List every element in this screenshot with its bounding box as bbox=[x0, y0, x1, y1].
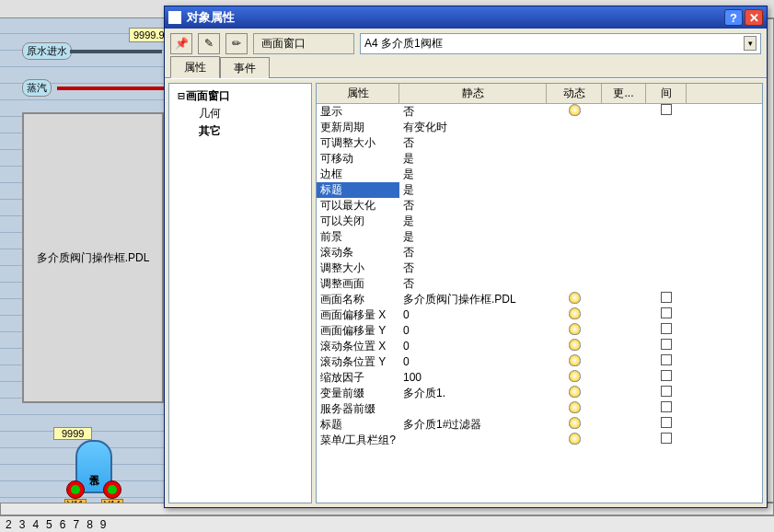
tree-root[interactable]: ⊟画面窗口 bbox=[171, 87, 309, 105]
property-indirect-cell[interactable] bbox=[646, 198, 687, 214]
property-name[interactable]: 画面偏移量 X bbox=[317, 307, 399, 323]
property-row[interactable]: 菜单/工具栏组? bbox=[317, 433, 762, 448]
property-row[interactable]: 显示否 bbox=[317, 104, 762, 120]
property-static-value[interactable]: 否 bbox=[399, 245, 547, 260]
property-name[interactable]: 前景 bbox=[317, 229, 399, 245]
property-dynamic-cell[interactable] bbox=[547, 104, 602, 120]
property-indirect-cell[interactable] bbox=[646, 260, 687, 276]
checkbox-icon[interactable] bbox=[661, 386, 672, 397]
property-indirect-cell[interactable] bbox=[646, 417, 687, 433]
property-static-value[interactable] bbox=[399, 433, 547, 448]
property-name[interactable]: 滚动条位置 X bbox=[317, 339, 399, 354]
col-static[interactable]: 静态 bbox=[399, 84, 547, 103]
tab-events[interactable]: 事件 bbox=[220, 57, 270, 78]
property-update-cell[interactable] bbox=[602, 182, 646, 198]
property-update-cell[interactable] bbox=[602, 151, 646, 167]
checkbox-icon[interactable] bbox=[661, 401, 672, 412]
property-name[interactable]: 可调整大小 bbox=[317, 135, 399, 151]
checkbox-icon[interactable] bbox=[661, 354, 672, 365]
property-tree[interactable]: ⊟画面窗口 几何 其它 bbox=[168, 83, 312, 503]
pager-9[interactable]: 9 bbox=[100, 518, 107, 531]
col-property[interactable]: 属性 bbox=[317, 84, 399, 103]
property-update-cell[interactable] bbox=[602, 433, 646, 448]
property-dynamic-cell[interactable] bbox=[547, 214, 602, 229]
titlebar[interactable]: 对象属性 ? ✕ bbox=[165, 6, 767, 29]
eyedropper1-button[interactable]: ✎ bbox=[198, 33, 220, 54]
property-static-value[interactable]: 有变化时 bbox=[399, 120, 547, 135]
property-row[interactable]: 可以最大化否 bbox=[317, 198, 762, 214]
col-indirect[interactable]: 间 bbox=[646, 84, 687, 103]
property-dynamic-cell[interactable] bbox=[547, 292, 602, 307]
object-name-combo[interactable]: A4 多介质1阀框 ▾ bbox=[360, 33, 761, 54]
eyedropper2-button[interactable]: ✏ bbox=[225, 33, 248, 54]
property-update-cell[interactable] bbox=[602, 135, 646, 151]
property-static-value[interactable]: 否 bbox=[399, 276, 547, 292]
property-indirect-cell[interactable] bbox=[646, 104, 687, 120]
checkbox-icon[interactable] bbox=[661, 323, 672, 334]
property-row[interactable]: 调整大小否 bbox=[317, 260, 762, 276]
pager-7[interactable]: 7 bbox=[73, 518, 79, 531]
property-update-cell[interactable] bbox=[602, 417, 646, 433]
property-update-cell[interactable] bbox=[602, 401, 646, 417]
property-update-cell[interactable] bbox=[602, 307, 646, 323]
property-row[interactable]: 标题是 bbox=[317, 182, 762, 198]
property-update-cell[interactable] bbox=[602, 276, 646, 292]
property-update-cell[interactable] bbox=[602, 167, 646, 182]
property-dynamic-cell[interactable] bbox=[547, 198, 602, 214]
property-row[interactable]: 服务器前缀 bbox=[317, 401, 762, 417]
pager-8[interactable]: 8 bbox=[87, 518, 93, 531]
property-update-cell[interactable] bbox=[602, 339, 646, 354]
property-dynamic-cell[interactable] bbox=[547, 229, 602, 245]
property-name[interactable]: 变量前缀 bbox=[317, 386, 399, 401]
property-dynamic-cell[interactable] bbox=[547, 307, 602, 323]
property-update-cell[interactable] bbox=[602, 260, 646, 276]
property-indirect-cell[interactable] bbox=[646, 354, 687, 370]
property-static-value[interactable]: 多介质1. bbox=[399, 386, 547, 401]
pager-2[interactable]: 2 bbox=[6, 518, 12, 531]
chevron-down-icon[interactable]: ▾ bbox=[744, 36, 757, 51]
property-static-value[interactable]: 是 bbox=[399, 167, 547, 182]
property-name[interactable]: 缩放因子 bbox=[317, 370, 399, 386]
property-name[interactable]: 画面名称 bbox=[317, 292, 399, 307]
property-indirect-cell[interactable] bbox=[646, 182, 687, 198]
property-static-value[interactable]: 否 bbox=[399, 260, 547, 276]
property-update-cell[interactable] bbox=[602, 198, 646, 214]
checkbox-icon[interactable] bbox=[661, 433, 672, 444]
property-name[interactable]: 调整画面 bbox=[317, 276, 399, 292]
property-name[interactable]: 更新周期 bbox=[317, 120, 399, 135]
property-indirect-cell[interactable] bbox=[646, 167, 687, 182]
property-dynamic-cell[interactable] bbox=[547, 433, 602, 448]
property-static-value[interactable]: 是 bbox=[399, 182, 547, 198]
pager-4[interactable]: 4 bbox=[32, 518, 39, 531]
property-update-cell[interactable] bbox=[602, 229, 646, 245]
property-grid[interactable]: 属性 静态 动态 更... 间 显示否更新周期有变化时可调整大小否可移动是边框是… bbox=[316, 83, 763, 503]
property-name[interactable]: 滚动条 bbox=[317, 245, 399, 260]
property-name[interactable]: 显示 bbox=[317, 104, 399, 120]
property-static-value[interactable]: 是 bbox=[399, 151, 547, 167]
property-row[interactable]: 画面偏移量 Y0 bbox=[317, 323, 762, 339]
property-update-cell[interactable] bbox=[602, 370, 646, 386]
property-indirect-cell[interactable] bbox=[646, 151, 687, 167]
checkbox-icon[interactable] bbox=[661, 104, 672, 115]
property-update-cell[interactable] bbox=[602, 386, 646, 401]
property-dynamic-cell[interactable] bbox=[547, 151, 602, 167]
property-indirect-cell[interactable] bbox=[646, 292, 687, 307]
tree-other[interactable]: 其它 bbox=[171, 122, 309, 140]
property-update-cell[interactable] bbox=[602, 104, 646, 120]
property-static-value[interactable]: 0 bbox=[399, 323, 547, 339]
checkbox-icon[interactable] bbox=[661, 417, 672, 428]
property-row[interactable]: 画面偏移量 X0 bbox=[317, 307, 762, 323]
property-name[interactable]: 标题 bbox=[317, 417, 399, 433]
property-static-value[interactable]: 0 bbox=[399, 307, 547, 323]
property-indirect-cell[interactable] bbox=[646, 370, 687, 386]
property-dynamic-cell[interactable] bbox=[547, 323, 602, 339]
property-name[interactable]: 画面偏移量 Y bbox=[317, 323, 399, 339]
property-dynamic-cell[interactable] bbox=[547, 386, 602, 401]
property-indirect-cell[interactable] bbox=[646, 401, 687, 417]
property-dynamic-cell[interactable] bbox=[547, 401, 602, 417]
col-dynamic[interactable]: 动态 bbox=[547, 84, 602, 103]
property-row[interactable]: 缩放因子100 bbox=[317, 370, 762, 386]
property-indirect-cell[interactable] bbox=[646, 135, 687, 151]
property-indirect-cell[interactable] bbox=[646, 276, 687, 292]
property-dynamic-cell[interactable] bbox=[547, 167, 602, 182]
